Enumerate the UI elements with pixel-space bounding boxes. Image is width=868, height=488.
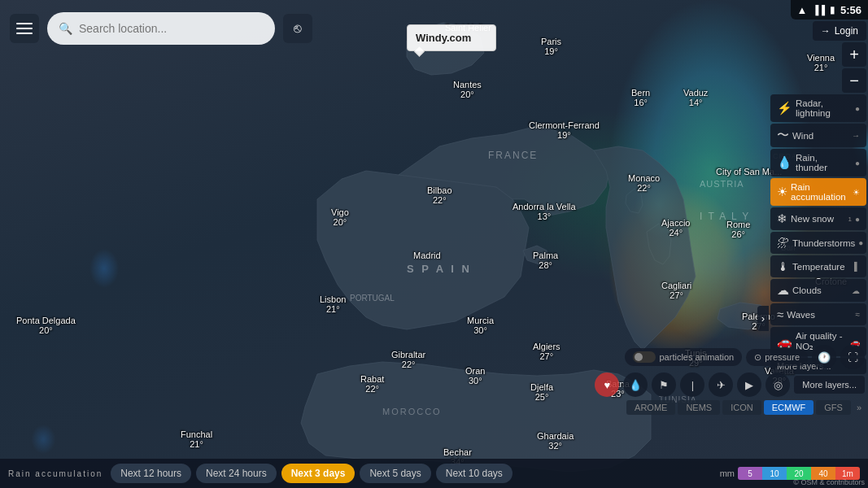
heart-button[interactable]: ♥ <box>595 373 619 397</box>
radar-lightning-icon: ⚡ <box>777 101 792 115</box>
rain-accumulation-button[interactable]: ☀ Rain accumulation ☀ <box>770 178 866 206</box>
map-svg: S P A I N PORTUGAL FRANCE AUSTRIA I T A … <box>0 0 868 488</box>
clock-icon: 🕐 <box>818 351 831 364</box>
particles-label: particles animation <box>659 352 734 362</box>
next-24-hours-button[interactable]: Next 24 hours <box>196 464 277 483</box>
network-icon: ▐▐ <box>812 5 825 15</box>
panel-collapse-button[interactable]: › <box>757 306 769 331</box>
login-icon: → <box>821 25 831 37</box>
model-icon-label: ICON <box>731 403 753 412</box>
next-10-days-label: Next 10 days <box>446 468 503 479</box>
svg-text:PORTUGAL: PORTUGAL <box>350 294 395 303</box>
bottom-bar: Rain accumulation Next 12 hours Next 24 … <box>0 459 868 488</box>
pressure-icon: ⊙ <box>754 352 761 363</box>
pressure-button[interactable]: ⊙ pressure <box>746 349 808 366</box>
heart-icon: ♥ <box>604 379 611 391</box>
plane-icon: ✈ <box>717 379 726 391</box>
clouds-icon: ☁ <box>777 283 789 298</box>
temp-indicator: ▌ <box>854 262 860 271</box>
toggle-knob <box>635 353 643 361</box>
model-arome-label: AROME <box>635 403 667 412</box>
next-12-hours-button[interactable]: Next 12 hours <box>111 464 191 483</box>
next-24-label: Next 24 hours <box>206 468 267 479</box>
share-button[interactable]: ⎋ <box>283 14 312 43</box>
scale-seg-2: 10 <box>762 467 787 480</box>
camera-button[interactable]: ▶ <box>737 373 761 397</box>
arrow-icon: › <box>761 312 765 325</box>
next-5-days-button[interactable]: Next 5 days <box>360 464 430 483</box>
scale-seg-1: 5 <box>738 467 762 480</box>
zoom-in-button[interactable]: + <box>842 42 866 67</box>
clouds-button[interactable]: ☁ Clouds ☁ <box>770 279 866 302</box>
next-10-days-button[interactable]: Next 10 days <box>436 464 513 483</box>
storm-indicator: ● <box>858 238 863 247</box>
thunderstorms-icon: ⛈ <box>777 236 789 250</box>
wind-label: Wind <box>792 131 848 141</box>
radar-lightning-button[interactable]: ⚡ Radar, lightning ● <box>770 94 866 122</box>
flag-icon: ⚑ <box>659 379 669 391</box>
pin-icon: | <box>691 379 694 391</box>
pin-button[interactable]: | <box>680 373 704 397</box>
menu-line-2 <box>16 28 33 29</box>
flag-button[interactable]: ⚑ <box>652 373 676 397</box>
model-nems-label: NEMS <box>686 403 712 412</box>
water-icon: 💧 <box>629 379 642 391</box>
model-arome-button[interactable]: AROME <box>626 400 675 415</box>
model-icon-button[interactable]: ICON <box>722 400 761 415</box>
menu-button[interactable] <box>10 14 39 43</box>
radar-indicator: ● <box>855 104 860 113</box>
windy-popup: Windy.com <box>407 24 496 51</box>
next-12-label: Next 12 hours <box>120 468 181 479</box>
expand-icon-button[interactable]: ⛶ <box>840 345 865 369</box>
clock-icon-button[interactable]: 🕐 <box>812 345 836 369</box>
toggle-track <box>633 351 656 363</box>
target-button[interactable]: ◎ <box>765 373 790 397</box>
next-3-days-label: Next 3 days <box>291 468 346 479</box>
model-nems-button[interactable]: NEMS <box>678 400 720 415</box>
model-ecmwf-button[interactable]: ECMWF <box>764 400 814 415</box>
plane-button[interactable]: ✈ <box>709 373 733 397</box>
water-button[interactable]: 💧 <box>623 373 648 397</box>
waves-button[interactable]: ≈ Waves ≈ <box>770 303 866 325</box>
search-icon: 🔍 <box>59 22 72 35</box>
model-gfs-button[interactable]: GFS <box>816 400 851 415</box>
model-more-button[interactable]: » <box>853 400 865 415</box>
temperature-button[interactable]: 🌡 Temperature ▌ <box>770 255 866 277</box>
model-selector: AROME NEMS ICON ECMWF GFS » <box>626 400 865 415</box>
scale-unit-label: mm <box>720 468 735 478</box>
login-button[interactable]: → Login <box>813 21 866 41</box>
particles-toggle[interactable]: particles animation <box>625 348 742 366</box>
model-gfs-label: GFS <box>824 403 843 412</box>
radar-lightning-label: Radar, lightning <box>796 98 852 118</box>
map-background[interactable]: S P A I N PORTUGAL FRANCE AUSTRIA I T A … <box>0 0 868 488</box>
search-box[interactable]: 🔍 <box>47 12 275 45</box>
svg-text:FRANCE: FRANCE <box>488 150 538 161</box>
rain-accumulation-icon: ☀ <box>777 185 787 199</box>
toggle-row: particles animation ⊙ pressure 🕐 ⛶ <box>625 345 865 369</box>
new-snow-label: New snow <box>791 214 845 224</box>
thunderstorms-button[interactable]: ⛈ Thunderstorms ● <box>770 232 866 254</box>
rain-thunder-button[interactable]: 💧 Rain, thunder ● <box>770 149 866 176</box>
wind-button[interactable]: 〜 Wind → <box>770 124 866 147</box>
clouds-indicator: ☁ <box>852 286 860 295</box>
wind-indicator: → <box>852 131 860 140</box>
rain-thunder-label: Rain, thunder <box>796 153 852 172</box>
icon-buttons-row: ♥ 💧 ⚑ | ✈ ▶ ◎ More layers... <box>595 373 865 397</box>
osm-credit: © OSM & contributors <box>793 478 865 486</box>
more-layers-button[interactable]: More layers... <box>794 376 865 394</box>
svg-text:S P A I N: S P A I N <box>407 263 472 275</box>
rain-thunder-indicator: ● <box>855 159 860 168</box>
zoom-out-button[interactable]: − <box>842 68 866 93</box>
svg-text:I T A L Y: I T A L Y <box>700 211 750 222</box>
search-input[interactable] <box>79 22 264 35</box>
model-more-label: » <box>857 403 861 412</box>
target-icon: ◎ <box>774 379 783 391</box>
next-3-days-button[interactable]: Next 3 days <box>281 464 355 483</box>
battery-icon: ▮ <box>830 4 835 15</box>
bottom-controls: Rain accumulation Next 12 hours Next 24 … <box>0 459 868 488</box>
right-panel: → Login + − ⚡ Radar, lightning ● 〜 Wind … <box>770 21 866 374</box>
new-snow-button[interactable]: ❄ New snow 1 ● <box>770 207 866 230</box>
status-time: 5:56 <box>840 4 861 16</box>
clouds-label: Clouds <box>792 285 848 295</box>
waves-indicator: ≈ <box>856 310 861 319</box>
